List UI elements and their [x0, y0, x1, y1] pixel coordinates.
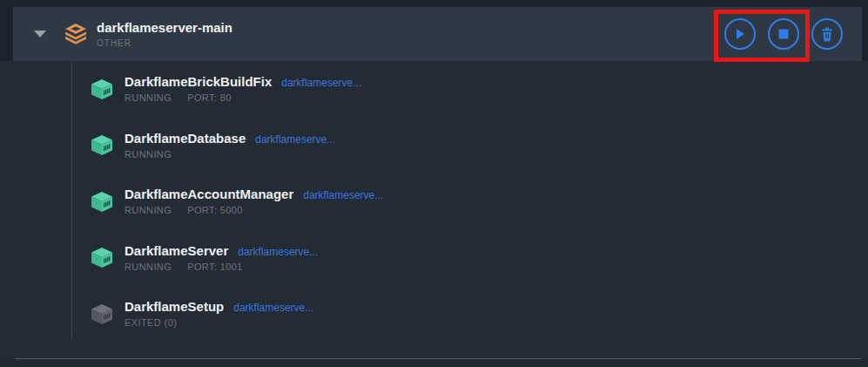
play-icon	[735, 28, 745, 40]
container-name: DarkflameDatabase	[124, 132, 246, 146]
header-band: darkflameserver-main OTHER	[0, 0, 868, 61]
stop-stack-button[interactable]	[768, 18, 799, 50]
container-row-text: DarkflameDatabase darkflameserve... RUNN…	[124, 132, 335, 160]
container-row-text: DarkflameSetup darkflameserve... EXITED …	[124, 300, 313, 328]
container-status: EXITED (0)	[124, 317, 177, 328]
container-port: PORT: 5000	[187, 205, 243, 215]
container-row[interactable]: DarkflameAccountManager darkflameserve..…	[0, 187, 868, 216]
trash-icon	[820, 27, 834, 42]
stack-layers-icon	[64, 23, 87, 46]
start-stack-button[interactable]	[724, 18, 756, 50]
chevron-down-icon[interactable]	[34, 31, 46, 37]
container-name: DarkflameSetup	[124, 300, 224, 314]
container-port: PORT: 80	[187, 92, 232, 103]
stack-titles: darkflameserver-main OTHER	[97, 20, 232, 48]
container-image-link[interactable]: darkflameserve...	[255, 133, 335, 146]
stack-actions	[724, 18, 843, 50]
container-icon	[91, 304, 113, 324]
container-icon	[91, 192, 113, 212]
container-list: DarkflameBrickBuildFix darkflameserve...…	[0, 74, 868, 356]
container-name: DarkflameServer	[124, 244, 228, 258]
container-row-text: DarkflameBrickBuildFix darkflameserve...…	[124, 75, 361, 103]
container-status: RUNNING	[124, 262, 172, 272]
stack-header[interactable]: darkflameserver-main OTHER	[13, 7, 862, 61]
container-image-link[interactable]: darkflameserve...	[281, 77, 361, 89]
container-row-text: DarkflameServer darkflameserve... RUNNIN…	[124, 244, 318, 272]
stack-title: darkflameserver-main	[97, 20, 232, 36]
container-row[interactable]: DarkflameServer darkflameserve... RUNNIN…	[0, 243, 868, 273]
container-name: DarkflameBrickBuildFix	[124, 75, 272, 89]
container-icon	[91, 79, 113, 99]
container-port: PORT: 1001	[187, 262, 243, 272]
container-icon	[91, 248, 113, 268]
stack-type-label: OTHER	[97, 38, 232, 48]
container-image-link[interactable]: darkflameserve...	[303, 189, 383, 201]
container-row[interactable]: DarkflameDatabase darkflameserve... RUNN…	[0, 131, 868, 160]
delete-stack-button[interactable]	[811, 18, 843, 50]
container-image-link[interactable]: darkflameserve...	[233, 302, 313, 314]
stop-icon	[778, 29, 789, 39]
container-status: RUNNING	[124, 92, 172, 103]
container-row-text: DarkflameAccountManager darkflameserve..…	[124, 187, 383, 215]
container-row[interactable]: DarkflameBrickBuildFix darkflameserve...…	[0, 74, 868, 104]
container-image-link[interactable]: darkflameserve...	[238, 246, 318, 258]
footer-band	[0, 359, 868, 367]
container-icon	[91, 135, 113, 155]
container-name: DarkflameAccountManager	[124, 187, 293, 201]
container-row[interactable]: DarkflameSetup darkflameserve... EXITED …	[0, 299, 868, 329]
container-status: RUNNING	[124, 149, 172, 160]
container-status: RUNNING	[124, 205, 172, 215]
